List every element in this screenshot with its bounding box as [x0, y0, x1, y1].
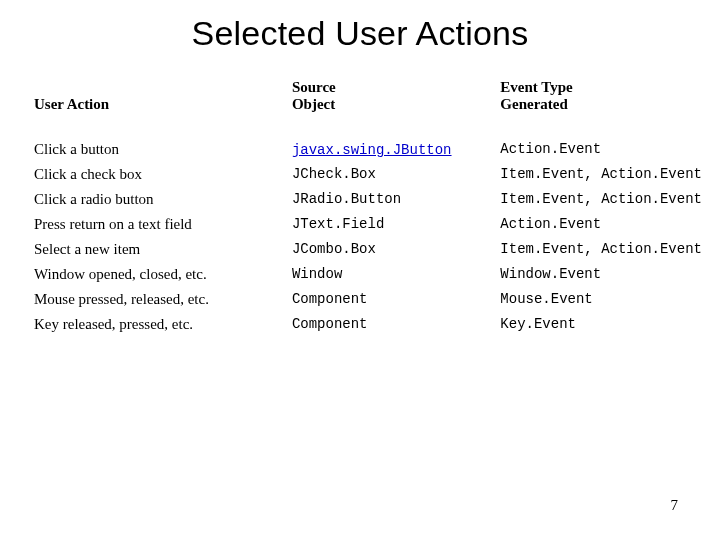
page-number: 7 [671, 497, 679, 514]
cell-event: Mouse.Event [500, 287, 720, 312]
cell-source: JCombo.Box [292, 237, 500, 262]
source-link[interactable]: javax.swing.JButton [292, 142, 452, 158]
table-row: Mouse pressed, released, etc. Component … [34, 287, 720, 312]
cell-event: Action.Event [500, 137, 720, 162]
cell-source: javax.swing.JButton [292, 137, 500, 162]
cell-event: Key.Event [500, 312, 720, 337]
cell-action: Press return on a text field [34, 212, 292, 237]
cell-event: Item.Event, Action.Event [500, 187, 720, 212]
table-header-row: User Action Source Object Event Type Gen… [34, 79, 720, 137]
cell-event: Window.Event [500, 262, 720, 287]
table-row: Select a new item JCombo.Box Item.Event,… [34, 237, 720, 262]
cell-source: Component [292, 287, 500, 312]
cell-action: Window opened, closed, etc. [34, 262, 292, 287]
actions-table: User Action Source Object Event Type Gen… [34, 79, 720, 337]
header-event-type: Event Type Generated [500, 79, 720, 137]
cell-action: Click a check box [34, 162, 292, 187]
cell-source: JText.Field [292, 212, 500, 237]
cell-event: Item.Event, Action.Event [500, 237, 720, 262]
table-row: Key released, pressed, etc. Component Ke… [34, 312, 720, 337]
table-row: Click a radio button JRadio.Button Item.… [34, 187, 720, 212]
table-row: Press return on a text field JText.Field… [34, 212, 720, 237]
table-row: Click a button javax.swing.JButton Actio… [34, 137, 720, 162]
cell-event: Item.Event, Action.Event [500, 162, 720, 187]
cell-source: JRadio.Button [292, 187, 500, 212]
header-event-l1: Event Type [500, 79, 572, 95]
cell-action: Key released, pressed, etc. [34, 312, 292, 337]
cell-action: Select a new item [34, 237, 292, 262]
header-source-object: Source Object [292, 79, 500, 137]
cell-action: Mouse pressed, released, etc. [34, 287, 292, 312]
header-source-l1: Source [292, 79, 336, 95]
header-user-action-text: User Action [34, 96, 109, 112]
table-body: Click a button javax.swing.JButton Actio… [34, 137, 720, 337]
cell-action: Click a radio button [34, 187, 292, 212]
table-row: Click a check box JCheck.Box Item.Event,… [34, 162, 720, 187]
cell-source: Component [292, 312, 500, 337]
cell-source: Window [292, 262, 500, 287]
cell-action: Click a button [34, 137, 292, 162]
cell-source: JCheck.Box [292, 162, 500, 187]
slide: Selected User Actions User Action Source… [0, 0, 720, 540]
table-row: Window opened, closed, etc. Window Windo… [34, 262, 720, 287]
cell-event: Action.Event [500, 212, 720, 237]
header-source-l2: Object [292, 96, 335, 112]
header-user-action: User Action [34, 79, 292, 137]
header-event-l2: Generated [500, 96, 567, 112]
slide-title: Selected User Actions [0, 0, 720, 53]
